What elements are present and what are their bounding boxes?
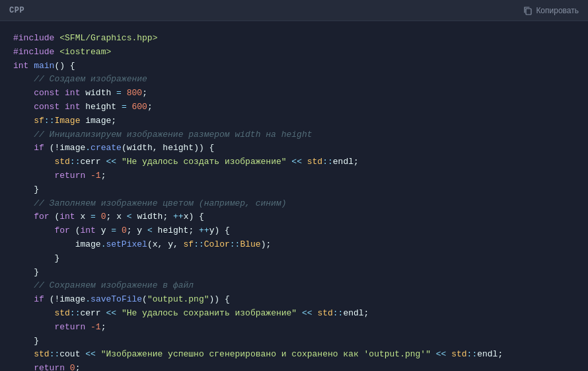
copy-label: Копировать <box>536 6 579 15</box>
code-line: if (!image.create(width, height)) { <box>13 142 575 155</box>
code-line: } <box>13 252 575 266</box>
code-line: std::cout << "Изображение успешно сгенер… <box>13 348 575 362</box>
code-line: const int height = 600; <box>13 101 575 114</box>
code-content: #include <SFML/Graphics.hpp> #include <i… <box>0 21 588 371</box>
code-line: // Инициализируем изображение размером w… <box>13 128 575 142</box>
code-line: for (int x = 0; x < width; ++x) { <box>13 210 575 224</box>
code-line: // Сохраняем изображение в файл <box>13 279 575 293</box>
code-line: image.setPixel(x, y, sf::Color::Blue); <box>13 238 575 252</box>
code-line: } <box>13 183 575 197</box>
code-line: // Создаем изображение <box>13 73 575 87</box>
code-line: std::cerr << "Не удалось сохранить изобр… <box>13 307 575 321</box>
code-line: std::cerr << "Не удалось создать изображ… <box>13 155 575 169</box>
code-header: CPP Копировать <box>0 0 588 21</box>
code-line: sf::Image image; <box>13 114 575 128</box>
code-line: // Заполняем изображение цветом (наприме… <box>13 197 575 211</box>
copy-icon <box>523 6 533 15</box>
language-label: CPP <box>9 6 24 15</box>
code-line: return -1; <box>13 321 575 335</box>
code-line: } <box>13 266 575 280</box>
code-line: return 0; <box>13 362 575 371</box>
code-line: #include <iostream> <box>13 46 575 60</box>
svg-rect-0 <box>526 9 531 15</box>
code-line: for (int y = 0; y < height; ++y) { <box>13 224 575 238</box>
copy-button[interactable]: Копировать <box>523 6 579 15</box>
code-line: if (!image.saveToFile("output.png")) { <box>13 293 575 307</box>
code-line: } <box>13 335 575 349</box>
code-block: CPP Копировать #include <SFML/Graphics.h… <box>0 0 588 371</box>
code-line: #include <SFML/Graphics.hpp> <box>13 32 575 46</box>
code-line: int main() { <box>13 60 575 73</box>
code-line: return -1; <box>13 169 575 183</box>
code-line: const int width = 800; <box>13 87 575 101</box>
